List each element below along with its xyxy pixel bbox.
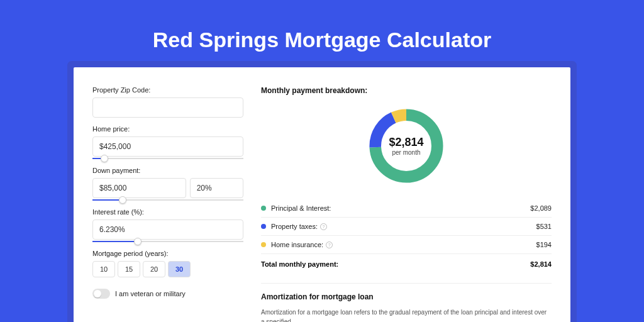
total-value: $2,814	[530, 260, 552, 268]
down-payment-amount-input[interactable]	[92, 178, 186, 198]
amortization-section: Amortization for mortgage loan Amortizat…	[261, 283, 552, 322]
donut-chart: $2,814 per month	[261, 101, 552, 196]
interest-label: Interest rate (%):	[92, 208, 243, 216]
legend-dot-icon	[261, 224, 266, 229]
legend-dot-icon	[261, 242, 266, 247]
down-payment-label: Down payment:	[92, 167, 243, 174]
home-price-label: Home price:	[92, 125, 243, 133]
legend-label-text: Property taxes:	[271, 223, 318, 230]
legend-value: $194	[536, 241, 552, 248]
legend-dot-icon	[261, 206, 266, 211]
home-price-input[interactable]	[92, 136, 243, 157]
page-title: Red Springs Mortgage Calculator	[0, 0, 644, 67]
down-payment-slider[interactable]	[92, 199, 243, 201]
period-option-20[interactable]: 20	[143, 261, 165, 277]
total-label: Total monthly payment:	[261, 260, 530, 268]
veteran-toggle[interactable]	[92, 289, 110, 299]
total-row: Total monthly payment: $2,814	[261, 254, 552, 274]
breakdown-column: Monthly payment breakdown: $2,814 per mo…	[261, 86, 552, 322]
calculator-card: Property Zip Code: Home price: Down paym…	[74, 67, 570, 322]
legend-row-taxes: Property taxes: ? $531	[261, 218, 552, 236]
info-icon[interactable]: ?	[326, 242, 333, 248]
donut-value: $2,814	[389, 136, 423, 149]
legend-value: $531	[536, 223, 552, 230]
zip-label: Property Zip Code:	[92, 86, 243, 94]
legend-row-principal: Principal & Interest: $2,089	[261, 199, 552, 218]
amortization-text: Amortization for a mortgage loan refers …	[261, 308, 552, 322]
breakdown-title: Monthly payment breakdown:	[261, 86, 552, 95]
interest-input[interactable]	[92, 219, 243, 240]
slider-thumb-icon[interactable]	[119, 196, 126, 204]
toggle-knob-icon	[94, 290, 101, 297]
slider-thumb-icon[interactable]	[134, 238, 142, 245]
home-price-slider[interactable]	[92, 158, 243, 159]
legend-value: $2,089	[530, 204, 552, 212]
interest-field: Interest rate (%):	[92, 208, 243, 242]
legend-label-text: Home insurance:	[271, 241, 323, 248]
period-option-15[interactable]: 15	[118, 261, 140, 277]
home-price-field: Home price:	[92, 125, 243, 159]
period-options: 10 15 20 30	[92, 261, 243, 277]
veteran-label: I am veteran or military	[115, 290, 186, 297]
period-field: Mortgage period (years): 10 15 20 30	[92, 250, 243, 277]
period-label: Mortgage period (years):	[92, 250, 243, 257]
interest-slider[interactable]	[92, 241, 243, 242]
zip-input[interactable]	[92, 97, 243, 118]
donut-sub: per month	[392, 149, 420, 156]
veteran-row: I am veteran or military	[92, 289, 243, 299]
period-option-30[interactable]: 30	[168, 261, 191, 277]
legend: Principal & Interest: $2,089 Property ta…	[261, 199, 552, 274]
legend-row-insurance: Home insurance: ? $194	[261, 236, 552, 254]
zip-field: Property Zip Code:	[92, 86, 243, 118]
info-icon[interactable]: ?	[320, 223, 327, 230]
down-payment-pct-input[interactable]	[190, 178, 243, 198]
period-option-10[interactable]: 10	[92, 261, 115, 277]
slider-thumb-icon[interactable]	[101, 155, 108, 162]
inputs-column: Property Zip Code: Home price: Down paym…	[92, 86, 243, 322]
down-payment-field: Down payment:	[92, 167, 243, 201]
legend-label-text: Principal & Interest:	[271, 204, 331, 212]
amortization-title: Amortization for mortgage loan	[261, 292, 552, 301]
